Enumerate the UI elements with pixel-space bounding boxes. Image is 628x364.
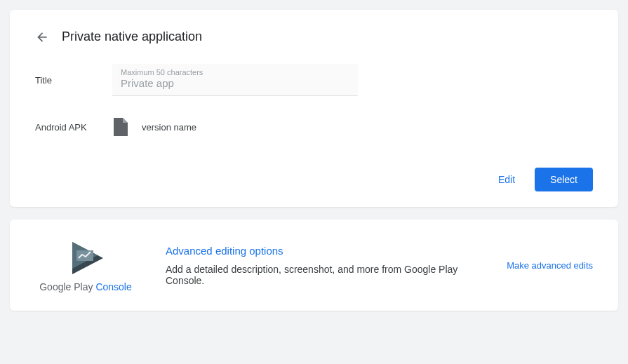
- page-title: Private native application: [62, 29, 202, 44]
- title-hint: Maximum 50 characters: [121, 68, 349, 76]
- play-console-icon: [67, 238, 105, 276]
- advanced-description: Add a detailed description, screenshot, …: [166, 264, 493, 286]
- advanced-title: Advanced editing options: [166, 245, 493, 257]
- apk-label: Android APK: [35, 122, 112, 133]
- select-button[interactable]: Select: [535, 168, 593, 191]
- title-input[interactable]: [121, 77, 349, 89]
- header-row: Private native application: [35, 29, 593, 44]
- advanced-edits-link[interactable]: Make advanced edits: [507, 260, 593, 271]
- file-icon: [112, 117, 129, 137]
- console-brand: Google Play: [39, 281, 93, 292]
- advanced-content: Advanced editing options Add a detailed …: [166, 245, 493, 286]
- main-form-card: Private native application Title Maximum…: [10, 10, 618, 207]
- apk-row: Android APK version name: [35, 117, 593, 137]
- version-name: version name: [142, 122, 196, 133]
- console-logo-block: Google Play Console: [29, 238, 142, 292]
- edit-button[interactable]: Edit: [498, 174, 515, 185]
- console-sub: Console: [95, 281, 131, 292]
- button-row: Edit Select: [35, 168, 593, 191]
- title-row: Title Maximum 50 characters: [35, 64, 593, 96]
- title-label: Title: [35, 75, 112, 86]
- console-logo-text: Google Play Console: [39, 281, 132, 292]
- title-input-wrapper[interactable]: Maximum 50 characters: [112, 64, 358, 96]
- advanced-card: Google Play Console Advanced editing opt…: [10, 220, 618, 311]
- back-arrow-icon[interactable]: [35, 30, 49, 44]
